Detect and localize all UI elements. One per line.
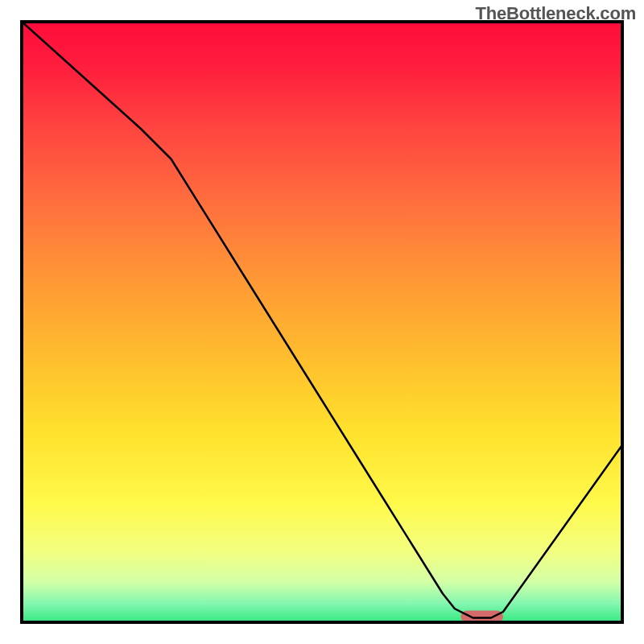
target-marker: [461, 611, 504, 623]
chart-container: TheBottleneck.com: [0, 0, 644, 644]
plot-area: [20, 20, 624, 624]
svg-rect-1: [461, 611, 504, 623]
bottleneck-curve: [20, 20, 624, 618]
plot-foreground: [20, 20, 624, 624]
watermark-text: TheBottleneck.com: [475, 3, 636, 24]
